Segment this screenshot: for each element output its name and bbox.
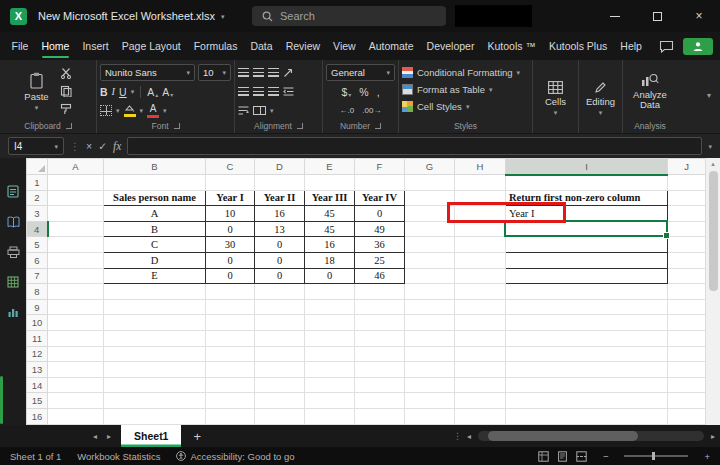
tab-kutools[interactable]: Kutools ™ [481,32,542,60]
name-box-resize-handle[interactable]: ⋮ [70,141,80,152]
cell[interactable] [506,346,668,362]
cell[interactable] [668,408,706,424]
cell[interactable] [455,206,506,222]
cell[interactable] [506,284,668,300]
tab-automate[interactable]: Automate [362,32,420,60]
tab-file[interactable]: File [5,32,35,60]
formula-bar-expand-icon[interactable]: ▾ [708,143,712,150]
bold-button[interactable]: B [100,86,108,98]
cell[interactable] [48,284,104,300]
alignment-dialog-launcher-icon[interactable] [297,123,303,129]
cell[interactable] [455,252,506,268]
cell[interactable] [48,362,104,378]
merge-center-button[interactable] [253,106,266,115]
column-header[interactable]: A [48,159,104,175]
increase-font-size-button[interactable]: A▴ [147,86,158,98]
accounting-format-button[interactable]: $▾ [341,86,351,98]
cell[interactable] [48,175,104,191]
tab-developer[interactable]: Developer [420,32,481,60]
row-header[interactable]: 5 [27,237,48,253]
comments-icon[interactable] [659,40,674,53]
side-pane-chart-icon[interactable] [6,304,21,319]
cell[interactable] [355,299,405,315]
cell[interactable] [405,330,455,346]
decrease-font-size-button[interactable]: A▾ [162,86,173,98]
cell[interactable] [305,408,355,424]
side-pane-book-icon[interactable] [6,214,21,229]
italic-button[interactable]: I [112,86,116,97]
search-box[interactable]: Search [252,6,446,26]
cell[interactable] [355,284,405,300]
cell[interactable]: Year II [255,190,305,206]
cell[interactable] [668,284,706,300]
document-title[interactable]: New Microsoft Excel Worksheet.xlsx [38,10,215,22]
cell[interactable] [506,268,668,284]
cell[interactable] [48,377,104,393]
format-painter-button[interactable] [58,100,74,117]
wrap-text-icon[interactable] [238,106,249,115]
row-header[interactable]: 8 [27,284,48,300]
accessibility-status[interactable]: Accessibility: Good to go [176,451,294,462]
cell[interactable] [668,315,706,331]
cell[interactable]: 0 [206,268,255,284]
cell[interactable]: 0 [355,206,405,222]
cell-styles-button[interactable]: Cell Styles ▾ [402,98,529,115]
cell[interactable]: 49 [355,221,405,237]
cell[interactable]: 36 [355,237,405,253]
cell[interactable] [255,408,305,424]
row-header[interactable]: 15 [27,393,48,409]
cell[interactable]: C [104,237,206,253]
increase-decimal-button[interactable]: ←.0 [340,106,355,115]
tab-data[interactable]: Data [244,32,279,60]
cell[interactable]: 30 [206,237,255,253]
cell[interactable] [206,362,255,378]
cell[interactable]: 0 [255,237,305,253]
cell[interactable] [405,315,455,331]
horizontal-scrollbar-thumb[interactable] [488,431,638,441]
cell[interactable] [506,315,668,331]
cell[interactable] [355,377,405,393]
tab-help[interactable]: Help [614,32,649,60]
row-header[interactable]: 2 [27,190,48,206]
cell[interactable] [305,330,355,346]
page-layout-view-icon[interactable] [557,451,568,462]
cell[interactable] [104,377,206,393]
cell[interactable] [104,330,206,346]
font-size-select[interactable]: 10 ▾ [198,64,231,81]
align-right-button[interactable] [268,87,279,96]
cell[interactable]: D [104,252,206,268]
minimize-button[interactable] [594,0,636,32]
name-box[interactable]: I4 ▾ [8,137,64,155]
cell[interactable]: 16 [305,237,355,253]
cell[interactable] [455,299,506,315]
ribbon-display-options-icon[interactable]: ▾ [707,92,711,100]
cell[interactable] [206,284,255,300]
row-header[interactable]: 10 [27,315,48,331]
maximize-button[interactable] [636,0,678,32]
cell[interactable]: Return first non-zero column [506,190,668,206]
insert-function-button[interactable]: fx [113,140,121,152]
number-dialog-launcher-icon[interactable] [375,123,381,129]
cell[interactable] [455,221,506,237]
cancel-button[interactable]: × [86,140,92,152]
paste-button[interactable]: Paste ▾ [22,64,50,118]
cell[interactable]: 0 [206,221,255,237]
cell[interactable] [48,330,104,346]
cell[interactable] [255,299,305,315]
column-header[interactable]: G [405,159,455,175]
cell[interactable]: 45 [305,206,355,222]
select-all-button[interactable] [27,159,48,175]
cell[interactable] [355,175,405,191]
horizontal-scrollbar[interactable] [478,431,704,441]
cell[interactable] [668,175,706,191]
cell[interactable]: 0 [255,268,305,284]
cell[interactable] [668,252,706,268]
cell[interactable] [506,377,668,393]
cell[interactable] [405,362,455,378]
column-header[interactable]: F [355,159,405,175]
row-header[interactable]: 14 [27,377,48,393]
cell[interactable] [506,237,668,253]
editing-button[interactable]: Editing ▾ [582,64,619,133]
add-sheet-button[interactable]: + [193,429,201,444]
cell[interactable]: 10 [206,206,255,222]
